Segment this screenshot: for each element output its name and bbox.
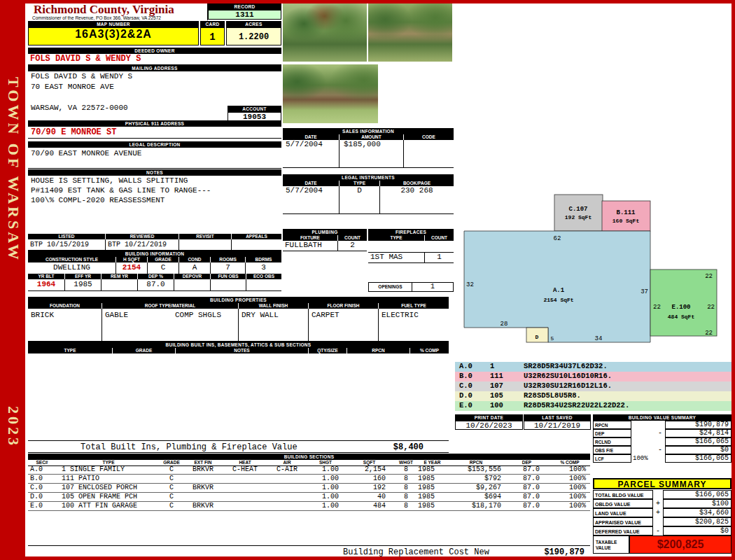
dim-a-step: 5 <box>551 335 554 342</box>
cell: 8 <box>396 484 416 492</box>
revisit-value <box>178 239 231 250</box>
cell: 100 ATT FIN GARAGE <box>56 502 161 510</box>
acres-value: 1.2200 <box>226 27 281 46</box>
col-header: ECO OBS <box>246 274 281 279</box>
physical-address-header: PHYSICAL 911 ADDRESS <box>28 120 281 127</box>
map-number-header: MAP NUMBER <box>28 21 199 27</box>
legend-code: 100 <box>490 401 524 411</box>
dim-a-top: 62 <box>554 235 561 242</box>
cell <box>224 475 266 483</box>
cell <box>339 149 403 158</box>
fireplace-row: 1ST MAS 1 <box>368 252 454 263</box>
vs-op <box>655 438 665 446</box>
value-summary-row: RCLND $166,065 <box>593 438 732 446</box>
col-header: HEAT <box>224 460 266 465</box>
col-header: COUNT <box>337 235 367 241</box>
legend-path: SR28D5R34U37L62D32. <box>524 362 732 372</box>
appeals-header: APPEALS <box>231 234 281 239</box>
parcel-row: DEFERRED VALUE - $0 <box>593 526 732 536</box>
footprint-sketch: C.107 192 SqFt B.111 160 SqFt A.1 2154 S… <box>455 4 732 360</box>
sketch-sqft-b: 160 SqFt <box>612 218 640 224</box>
cell: $18,170 <box>448 502 504 510</box>
property-photo-1 <box>283 4 367 62</box>
taxable-value-row: TAXABLE VALUE $200,825 <box>593 536 732 554</box>
parcel-value: $34,660 <box>663 508 732 517</box>
parcel-op <box>653 517 663 526</box>
cell: $792 <box>448 475 504 483</box>
mailing-address-header: MAILING ADDRESS <box>28 65 281 71</box>
cell: 2,154 <box>343 465 396 474</box>
instrument-row-empty <box>283 204 454 214</box>
sketch-legend-row-c: C.0 107 U32R30SU12R16D12L16. <box>455 382 732 391</box>
col-header: DATE <box>283 134 339 140</box>
sketch-legend-row-e: E.0 100 R28D5R34U2SR22U22L22D22. <box>455 401 732 411</box>
last-saved-value: 10/21/2019 <box>524 421 591 430</box>
parcel-row: APPRAISED VALUE $200,825 <box>593 517 732 526</box>
cell <box>224 484 266 492</box>
cell <box>266 475 308 483</box>
sales-row-empty <box>283 149 454 159</box>
cell: 100% <box>550 493 590 501</box>
year-built-value: 1964 <box>28 279 64 290</box>
wall-finish-value: DRY WALL <box>238 309 308 341</box>
legend-code: 105 <box>490 391 524 401</box>
legend-path: U32R30SU12R16D12L16. <box>524 382 732 391</box>
sketch-legend-row-a: A.0 1 SR28D5R34U37L62D32. <box>455 362 732 372</box>
vs-op: - <box>655 429 665 438</box>
cond-value: A <box>178 262 210 274</box>
cell: 1.00 <box>308 465 343 474</box>
card-value: 1 <box>200 27 225 46</box>
sketch-sqft-c: 192 SqFt <box>565 214 592 220</box>
parcel-label: DEFERRED VALUE <box>593 526 653 536</box>
vs-value: $24,814 <box>665 429 732 438</box>
cell: C <box>161 502 182 510</box>
deeded-owner-header: DEEDED OWNER <box>28 48 281 54</box>
col-header: COND <box>178 257 210 262</box>
depovr-value <box>174 279 210 290</box>
vs-sub: 100% <box>631 454 655 463</box>
col-header: DATE <box>283 181 339 186</box>
eco-obs-value <box>246 279 281 290</box>
dim-a-bottom-2: 34 <box>595 335 603 342</box>
review-header-row: LISTED REVIEWED REVISIT APPEALS <box>28 234 281 239</box>
cell: $153,556 <box>448 465 504 474</box>
property-record-card: TOWN OF WARSAW 2023 Richmond County, Vir… <box>0 0 735 560</box>
rem-year-value <box>101 279 137 290</box>
floor-finish-value: CARPET <box>308 309 378 341</box>
vs-sub <box>631 446 655 454</box>
notes-line-1: HOUSE IS SETTLING, WALLS SPLITTING <box>31 176 188 185</box>
cell: 100% <box>550 465 590 474</box>
building-section-row: A.0 1 SINGLE FAMILY C BRKVR C-HEAT C-AIR… <box>28 465 590 475</box>
cell: C <box>161 475 182 483</box>
listed-header: LISTED <box>28 234 105 239</box>
legal-instruments-header: LEGAL INSTRUMENTS <box>283 174 454 181</box>
vs-value: $190,879 <box>665 421 732 429</box>
cell: 87.0 <box>504 465 550 474</box>
cell: 100% <box>550 484 590 492</box>
legend-path: U32R62SU10L16D10R16. <box>524 372 732 382</box>
reviewed-value: BTP 10/21/2019 <box>105 239 178 250</box>
legend-sec: D.0 <box>455 391 490 401</box>
property-photo-3 <box>283 64 378 123</box>
dim-e-left: 22 <box>653 304 661 311</box>
building-info-value-row-2: 1964 1985 87.0 <box>28 279 281 291</box>
vs-op: - <box>655 446 665 454</box>
col-header: GRADE <box>112 348 175 354</box>
sidebar-town-label: TOWN OF WARSAW <box>4 77 22 294</box>
cell <box>283 158 339 167</box>
building-section-row: C.0 107 ENCLOSED PORCH C BRKVR 1.00 192 … <box>28 484 590 493</box>
instrument-date: 5/7/2004 <box>283 186 339 195</box>
parcel-op: - <box>653 526 663 536</box>
col-header: BDRMS <box>245 257 281 262</box>
vs-label: LCF <box>593 454 631 463</box>
building-properties-header-row: FOUNDATION ROOF TYPE/MATERIAL WALL FINIS… <box>28 303 449 309</box>
card-header: CARD <box>200 21 225 27</box>
replacement-cost-value: $190,879 <box>528 547 584 557</box>
cell: 1985 <box>416 502 448 510</box>
fireplaces-header-row: TYPE COUNT <box>368 235 454 241</box>
cell <box>339 158 403 167</box>
legal-description-header: LEGAL DESCRIPTION <box>28 141 281 148</box>
parcel-op: + <box>653 499 663 508</box>
value-summary-row: OBS F/E - $0 <box>593 446 732 454</box>
col-header: NOTES <box>175 348 308 354</box>
